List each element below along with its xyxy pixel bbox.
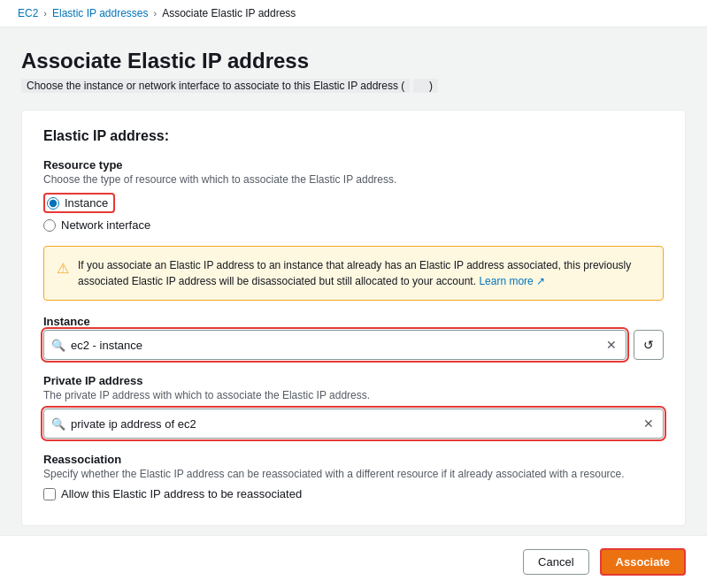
instance-input-box[interactable]: 🔍 ✕ — [43, 330, 626, 360]
instance-field-group: Instance 🔍 ✕ ↺ — [43, 315, 664, 360]
reassociation-section: Reassociation Specify whether the Elasti… — [43, 453, 664, 500]
associate-card: Elastic IP address: Resource type Choose… — [21, 110, 686, 526]
private-ip-clear-button[interactable]: ✕ — [642, 416, 656, 431]
breadcrumb-sep-1: › — [43, 8, 47, 19]
radio-instance-input[interactable] — [47, 197, 59, 210]
radio-network-option[interactable]: Network interface — [43, 218, 664, 232]
subtitle-end: ) — [424, 79, 438, 93]
page-title: Associate Elastic IP address — [21, 49, 686, 73]
resource-type-description: Choose the type of resource with which t… — [43, 173, 664, 186]
instance-input[interactable] — [71, 339, 604, 352]
radio-instance-label: Instance — [65, 196, 108, 210]
instance-input-wrapper: 🔍 ✕ — [43, 330, 626, 360]
radio-network-label: Network interface — [61, 218, 150, 232]
main-content: Associate Elastic IP address Choose the … — [0, 27, 707, 588]
reassociation-checkbox-option[interactable]: Allow this Elastic IP address to be reas… — [43, 487, 664, 500]
footer: Cancel Associate — [0, 535, 707, 588]
search-icon-instance: 🔍 — [51, 339, 65, 352]
subtitle-text: Choose the instance or network interface… — [21, 79, 410, 93]
private-ip-label: Private IP address — [43, 374, 664, 387]
warning-icon: ⚠ — [57, 258, 69, 289]
radio-instance-wrapper: Instance — [43, 193, 115, 213]
radio-network-input[interactable] — [43, 219, 56, 232]
warning-text: If you associate an Elastic IP address t… — [78, 257, 650, 289]
reassociation-label: Reassociation — [43, 453, 664, 466]
breadcrumb-elastic-ip[interactable]: Elastic IP addresses — [52, 7, 149, 19]
instance-label: Instance — [43, 315, 664, 328]
private-ip-description: The private IP address with which to ass… — [43, 389, 664, 401]
associate-button[interactable]: Associate — [600, 548, 686, 576]
radio-instance-option[interactable]: Instance — [43, 193, 664, 213]
warning-box: ⚠ If you associate an Elastic IP address… — [43, 246, 664, 301]
learn-more-link[interactable]: Learn more ↗ — [479, 275, 545, 287]
card-section-title: Elastic IP address: — [43, 128, 664, 144]
breadcrumb-ec2[interactable]: EC2 — [18, 7, 38, 19]
breadcrumb: EC2 › Elastic IP addresses › Associate E… — [0, 0, 707, 27]
reassociation-checkbox[interactable] — [43, 488, 56, 500]
search-icon-private-ip: 🔍 — [51, 417, 65, 431]
breadcrumb-current: Associate Elastic IP address — [162, 7, 296, 19]
subtitle-value — [413, 79, 424, 93]
private-ip-input-box[interactable]: 🔍 ✕ — [43, 409, 664, 439]
private-ip-field-group: Private IP address The private IP addres… — [43, 374, 664, 439]
cancel-button[interactable]: Cancel — [523, 549, 588, 575]
reassociation-description: Specify whether the Elastic IP address c… — [43, 468, 664, 480]
resource-type-label: Resource type — [43, 158, 664, 172]
resource-type-group: Resource type Choose the type of resourc… — [43, 158, 664, 232]
private-ip-input[interactable] — [71, 417, 642, 431]
reassociation-checkbox-label: Allow this Elastic IP address to be reas… — [61, 487, 302, 500]
refresh-button[interactable]: ↺ — [634, 330, 664, 360]
instance-row: 🔍 ✕ ↺ — [43, 330, 664, 360]
breadcrumb-sep-2: › — [154, 8, 158, 19]
page-subtitle: Choose the instance or network interface… — [21, 79, 686, 92]
instance-clear-button[interactable]: ✕ — [604, 337, 619, 353]
